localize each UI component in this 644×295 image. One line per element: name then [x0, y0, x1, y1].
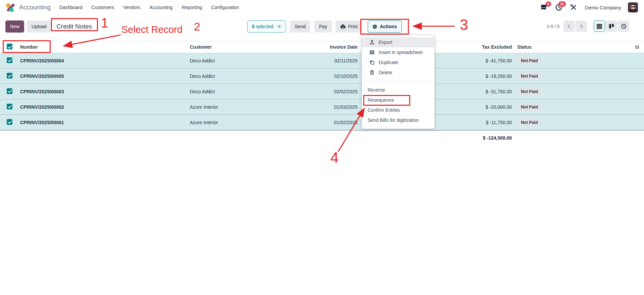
row-checkbox[interactable]	[7, 73, 12, 79]
menu-item-export[interactable]: Export	[362, 37, 434, 47]
table-row[interactable]: CPRINV/2025/00002 Azure Interior 01/03/2…	[0, 99, 644, 115]
row-customer: Deco Addict	[190, 89, 270, 94]
print-button[interactable]: Print	[336, 20, 362, 33]
systray: 8 25 Demo Company	[540, 2, 638, 12]
header-status[interactable]: Status	[512, 44, 562, 50]
export-icon	[369, 40, 375, 45]
row-number: CPRINV/2025/00002	[20, 104, 190, 110]
select-all-checkbox[interactable]	[7, 44, 12, 49]
printer-icon	[340, 24, 345, 29]
messages-icon[interactable]: 8	[540, 3, 548, 11]
table-header-row: Number Customer Invoice Date Tax Exclude…	[0, 41, 644, 53]
adjust-columns-icon[interactable]	[634, 44, 640, 50]
duplicate-icon	[369, 60, 375, 65]
chevron-right-icon	[579, 24, 583, 29]
menu-accounting[interactable]: Accounting	[150, 5, 173, 10]
activities-icon[interactable]: 25	[555, 3, 563, 11]
spreadsheet-icon	[369, 50, 375, 55]
pay-button[interactable]: Pay	[314, 20, 332, 33]
top-navbar: Accounting Dashboard Customers Vendors A…	[0, 0, 644, 15]
menu-configuration[interactable]: Configuration	[211, 5, 239, 10]
pager: 1-5 / 5	[547, 20, 629, 32]
status-badge: Not Paid	[517, 72, 542, 80]
status-badge: Not Paid	[517, 88, 542, 95]
menu-item-resequence[interactable]: Resequence	[362, 95, 434, 105]
menu-vendors[interactable]: Vendors	[123, 5, 140, 10]
row-invoice-date: 01/03/2025	[270, 104, 358, 110]
row-customer: Deco Addict	[190, 58, 270, 63]
selected-label: selected	[256, 24, 273, 29]
menu-item-reverse[interactable]: Reverse	[362, 85, 434, 95]
status-badge: Not Paid	[517, 119, 542, 126]
row-checkbox[interactable]	[7, 57, 12, 63]
menu-item-duplicate[interactable]: Duplicate	[362, 57, 434, 67]
clear-selection-icon[interactable]: ✕	[277, 24, 281, 29]
kanban-view-button[interactable]	[606, 20, 617, 32]
control-panel: New Upload Credit Notes 5 selected ✕ Sen…	[0, 15, 644, 41]
user-avatar[interactable]	[628, 2, 638, 12]
menu-customers[interactable]: Customers	[92, 5, 114, 10]
row-invoice-date: 02/11/2025	[270, 58, 358, 63]
breadcrumb: Credit Notes	[56, 23, 92, 30]
actions-button[interactable]: Actions	[368, 20, 401, 33]
annotation-step-4: 4	[330, 150, 338, 165]
kanban-view-icon	[609, 23, 614, 29]
send-button[interactable]: Send	[290, 20, 311, 33]
row-customer: Azure Interior	[190, 120, 270, 125]
row-invoice-date: 02/02/2025	[270, 89, 358, 94]
row-checkbox[interactable]	[7, 119, 12, 125]
selection-toolbar: 5 selected ✕ Send Pay Print Actions	[247, 20, 402, 33]
activity-view-icon	[621, 23, 627, 29]
table-row[interactable]: CPRINV/2025/00004 Deco Addict 02/11/2025…	[0, 53, 644, 68]
new-button[interactable]: New	[5, 20, 24, 33]
table-row[interactable]: CPRINV/2025/00005 Deco Addict 02/10/2025…	[0, 68, 644, 84]
upload-button[interactable]: Upload	[27, 20, 51, 33]
list-view-icon	[597, 23, 602, 29]
table-row[interactable]: CPRINV/2025/00003 Deco Addict 02/02/2025…	[0, 84, 644, 99]
row-customer: Deco Addict	[190, 73, 270, 79]
tools-icon[interactable]	[570, 3, 578, 11]
odoo-accounting-logo-icon[interactable]	[6, 3, 15, 12]
total-tax-excluded: $ -124,500.00	[358, 135, 512, 141]
menu-dashboard[interactable]: Dashboard	[59, 5, 83, 10]
row-customer: Azure Interior	[190, 104, 270, 110]
chevron-left-icon	[568, 24, 572, 29]
row-number: CPRINV/2025/00005	[20, 73, 190, 79]
activities-badge: 25	[558, 1, 566, 7]
app-name[interactable]: Accounting	[19, 4, 51, 11]
page: Accounting Dashboard Customers Vendors A…	[0, 0, 644, 295]
row-number: CPRINV/2025/00003	[20, 89, 190, 94]
menu-reporting[interactable]: Reporting	[182, 5, 202, 10]
gear-icon	[372, 24, 377, 29]
company-switcher[interactable]: Demo Company	[585, 5, 621, 10]
list-view-button[interactable]	[594, 20, 605, 32]
row-invoice-date: 01/02/2025	[270, 120, 358, 125]
credit-notes-table: Number Customer Invoice Date Tax Exclude…	[0, 41, 644, 145]
actions-dropdown-menu: Export Insert in spreadsheet Duplicate D…	[362, 35, 435, 129]
pager-next-button[interactable]	[576, 20, 587, 32]
menu-divider	[362, 81, 434, 81]
status-badge: Not Paid	[517, 57, 542, 64]
pager-previous-button[interactable]	[564, 20, 575, 32]
header-invoice-date[interactable]: Invoice Date	[270, 44, 358, 50]
menu-item-confirm-entries[interactable]: Confirm Entries	[362, 105, 434, 115]
menu-item-delete[interactable]: Delete	[362, 67, 434, 78]
row-checkbox[interactable]	[7, 88, 12, 94]
messages-badge: 8	[546, 1, 551, 7]
selected-count: 5	[252, 24, 255, 29]
pager-range: 1-5 / 5	[547, 24, 559, 29]
table-footer-row: $ -124,500.00	[0, 130, 644, 145]
table-row[interactable]: CPRINV/2025/00001 Azure Interior 01/02/2…	[0, 115, 644, 130]
row-checkbox[interactable]	[7, 104, 12, 109]
status-badge: Not Paid	[517, 103, 542, 111]
selected-count-badge[interactable]: 5 selected ✕	[247, 20, 286, 33]
menu-item-insert-in-spreadsheet[interactable]: Insert in spreadsheet	[362, 47, 434, 57]
row-number: CPRINV/2025/00004	[20, 58, 190, 63]
menu-item-send-bills-for-digitization[interactable]: Send Bills for digitization	[362, 115, 434, 125]
header-customer[interactable]: Customer	[190, 44, 270, 50]
header-number[interactable]: Number	[20, 44, 190, 50]
main-menu: Dashboard Customers Vendors Accounting R…	[59, 5, 239, 10]
trash-icon	[369, 70, 375, 75]
activity-view-button[interactable]	[618, 20, 629, 32]
view-switcher	[593, 20, 629, 32]
